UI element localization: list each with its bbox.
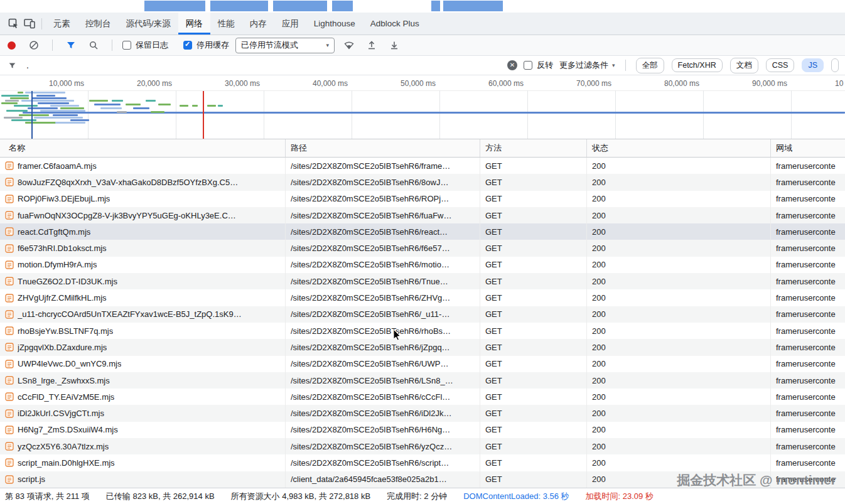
request-domain-cell: frameruserconte	[771, 207, 845, 223]
request-row[interactable]: react.CdTgftQm.mjs/sites/2D2X8Z0mSCE2o5I…	[0, 223, 845, 240]
more-filters-button[interactable]: 更多过滤条件 ▾	[559, 60, 615, 71]
request-path-cell: /sites/2D2X8Z0mSCE2o5IBTsehR6/H6Ng…	[286, 422, 480, 438]
request-row[interactable]: yzQczX5Y6.30A7tlzx.mjs/sites/2D2X8Z0mSCE…	[0, 438, 845, 454]
request-method-cell: GET	[480, 405, 587, 421]
page-text-selection	[332, 1, 353, 11]
request-row[interactable]: iDl2JkUrI.CSVjgCTt.mjs/sites/2D2X8Z0mSCE…	[0, 405, 845, 421]
waterfall-bar	[55, 122, 85, 124]
filter-chip-clipped[interactable]	[831, 58, 839, 72]
request-row[interactable]: motion.DfymH9rA.mjs/sites/2D2X8Z0mSCE2o5…	[0, 257, 845, 273]
tab-sources[interactable]: 源代码/来源	[119, 13, 178, 35]
request-row[interactable]: LSn8_lrge._ZswhxxS.mjs/sites/2D2X8Z0mSCE…	[0, 372, 845, 389]
filter-chip-list: 全部Fetch/XHR文档CSSJS	[636, 58, 839, 73]
request-domain-cell: frameruserconte	[771, 223, 845, 240]
request-name-text: script_main.D0hlgHXE.mjs	[18, 458, 115, 468]
request-method-cell: GET	[480, 174, 587, 190]
disable-cache-label: 停用缓存	[196, 40, 229, 51]
waterfall-bar	[89, 100, 108, 102]
filter-chip-doc[interactable]: 文档	[730, 58, 758, 73]
script-file-icon	[5, 475, 14, 484]
request-path-text: /sites/2D2X8Z0mSCE2o5IBTsehR6/8owJ…	[291, 178, 448, 187]
tab-elements[interactable]: 元素	[46, 13, 78, 35]
request-domain-cell: frameruserconte	[771, 191, 845, 207]
disable-cache-checkbox[interactable]	[183, 41, 192, 50]
request-row[interactable]: script_main.D0hlgHXE.mjs/sites/2D2X8Z0mS…	[0, 454, 845, 471]
script-file-icon	[5, 426, 14, 434]
preserve-log-toggle[interactable]: 保留日志	[122, 40, 168, 51]
import-har-icon[interactable]	[363, 37, 380, 53]
filter-chip-all[interactable]: 全部	[636, 58, 664, 73]
request-path-cell: /sites/2D2X8Z0mSCE2o5IBTsehR6/rhoBs…	[286, 323, 480, 339]
column-header-domain[interactable]: 网域	[771, 139, 845, 157]
request-name-text: f6e573hRI.Db1oksct.mjs	[18, 244, 107, 253]
request-path-text: /client_data/2a645945fcae53f8e025a2b1…	[291, 475, 447, 484]
export-har-icon[interactable]	[386, 37, 402, 53]
preserve-log-checkbox[interactable]	[122, 41, 131, 50]
request-domain-cell: frameruserconte	[771, 339, 845, 355]
tab-console[interactable]: 控制台	[78, 13, 119, 35]
request-row[interactable]: framer.C6faoamA.mjs/sites/2D2X8Z0mSCE2o5…	[0, 158, 845, 174]
script-file-icon	[5, 195, 14, 203]
request-name-text: cCcFlD_TY.EAiVzM5E.mjs	[18, 392, 114, 402]
request-name-cell: rhoBsjeYw.BSLTNF7q.mjs	[0, 323, 286, 339]
waterfall-bar	[14, 105, 38, 107]
filter-chip-fetch-xhr[interactable]: Fetch/XHR	[672, 58, 723, 72]
page-text-selection	[210, 1, 268, 11]
tab-network[interactable]: 网络	[178, 13, 210, 35]
request-row[interactable]: H6Ng7_ZmS.DSxuiiW4.mjs/sites/2D2X8Z0mSCE…	[0, 422, 845, 438]
tab-lighthouse[interactable]: Lighthouse	[306, 13, 363, 35]
record-button[interactable]	[8, 41, 16, 50]
tab-adblock-plus[interactable]: Adblock Plus	[363, 13, 427, 35]
waterfall-bar	[218, 105, 223, 107]
clear-button[interactable]	[26, 37, 42, 53]
request-name-cell: react.CdTgftQm.mjs	[0, 223, 286, 240]
request-row[interactable]: _u11-chcrycCOArd5UnTXEAZtFYxav1wcE-B5J_t…	[0, 306, 845, 323]
request-row[interactable]: jZpgqvlXb.DZaxdure.mjs/sites/2D2X8Z0mSCE…	[0, 339, 845, 355]
waterfall-bar	[21, 100, 74, 102]
network-conditions-icon[interactable]	[341, 37, 357, 53]
request-row[interactable]: UWP4leVwc.D0_wnYC9.mjs/sites/2D2X8Z0mSCE…	[0, 356, 845, 372]
invert-toggle[interactable]: 反转	[524, 60, 553, 71]
request-row[interactable]: ZHVgUjfrZ.CMilfkHL.mjs/sites/2D2X8Z0mSCE…	[0, 289, 845, 306]
request-row[interactable]: script.js/client_data/2a645945fcae53f8e0…	[0, 471, 845, 488]
filter-input[interactable]	[24, 60, 501, 70]
device-toolbar-icon[interactable]	[21, 16, 38, 32]
request-row[interactable]: cCcFlD_TY.EAiVzM5E.mjs/sites/2D2X8Z0mSCE…	[0, 389, 845, 405]
disable-cache-toggle[interactable]: 停用缓存	[183, 40, 229, 51]
column-header-status[interactable]: 状态	[587, 139, 771, 157]
tab-performance[interactable]: 性能	[210, 13, 242, 35]
tab-memory[interactable]: 内存	[242, 13, 274, 35]
throttling-select[interactable]: 已停用节流模式 ▾	[235, 38, 335, 53]
request-row[interactable]: ROPj0Fiw3.DEjEbujL.mjs/sites/2D2X8Z0mSCE…	[0, 191, 845, 207]
filter-chip-css[interactable]: CSS	[766, 58, 795, 72]
request-path-cell: /sites/2D2X8Z0mSCE2o5IBTsehR6/jZpgq…	[286, 339, 480, 355]
column-header-method[interactable]: 方法	[480, 139, 587, 157]
more-filters-label: 更多过滤条件	[559, 60, 608, 71]
request-row[interactable]: TnueGZ6O2.DT-ID3UK.mjs/sites/2D2X8Z0mSCE…	[0, 273, 845, 289]
page-text-selection	[144, 1, 205, 11]
invert-checkbox[interactable]	[524, 61, 532, 70]
overview-tick-label: 30,000 ms	[197, 79, 260, 88]
request-path-cell: /sites/2D2X8Z0mSCE2o5IBTsehR6/LSn8_…	[286, 372, 480, 389]
script-file-icon	[5, 227, 14, 236]
overview-gridline	[264, 90, 264, 139]
tab-application[interactable]: 应用	[274, 13, 306, 35]
column-header-name[interactable]: 名称	[0, 139, 286, 157]
overview-tick-label: 10,000 ms	[21, 79, 84, 88]
filter-funnel-icon	[6, 57, 18, 73]
request-path-text: /sites/2D2X8Z0mSCE2o5IBTsehR6/UWP…	[291, 359, 448, 368]
filter-toggle-button[interactable]	[63, 37, 79, 53]
request-row[interactable]: fuaFwnOqNX3OCpgZ8-V-jk3BvyYPY5uGEg-oKHLy…	[0, 207, 845, 223]
request-status-cell: 200	[587, 438, 771, 454]
filter-chip-js[interactable]: JS	[802, 58, 824, 72]
request-row[interactable]: rhoBsjeYw.BSLTNF7q.mjs/sites/2D2X8Z0mSCE…	[0, 323, 845, 339]
column-header-path[interactable]: 路径	[286, 139, 480, 157]
clear-filter-icon[interactable]: ✕	[507, 60, 517, 70]
request-row[interactable]: 8owJuzFZQ8qxXrxh_V3aV-xhaGakoD8DBzf5OYfz…	[0, 174, 845, 190]
request-path-cell: /sites/2D2X8Z0mSCE2o5IBTsehR6/_u11-…	[286, 306, 480, 323]
waterfall-bar	[1, 102, 18, 104]
request-row[interactable]: f6e573hRI.Db1oksct.mjs/sites/2D2X8Z0mSCE…	[0, 240, 845, 256]
inspect-element-icon[interactable]	[5, 16, 21, 32]
search-button[interactable]	[85, 37, 102, 53]
overview-canvas[interactable]: 10,000 ms20,000 ms30,000 ms40,000 ms50,0…	[0, 75, 845, 139]
